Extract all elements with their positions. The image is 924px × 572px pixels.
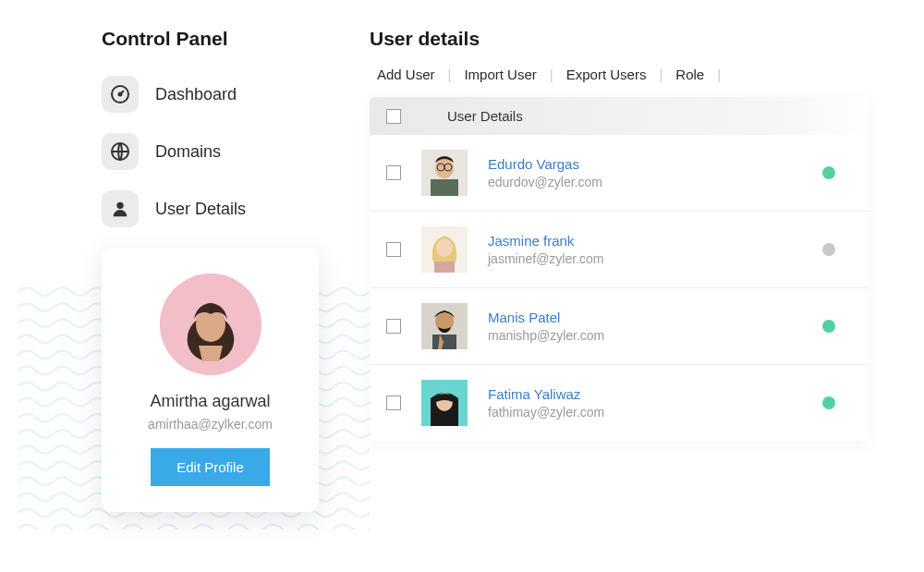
user-name-link[interactable]: Fatima Yaliwaz xyxy=(488,386,802,402)
main-title: User details xyxy=(370,28,869,50)
table-row: Manis Patel manishp@zyler.com xyxy=(370,288,869,365)
sidebar-item-label: User Details xyxy=(155,200,246,219)
separator: | xyxy=(717,67,721,82)
sidebar-item-label: Dashboard xyxy=(155,85,237,104)
action-bar: Add User | Import User | Export Users | … xyxy=(370,67,869,82)
separator: | xyxy=(448,67,452,82)
status-indicator xyxy=(822,320,835,333)
user-email: edurdov@zyler.com xyxy=(488,175,802,189)
table-row: Jasmine frank jasminef@zyler.com xyxy=(370,212,869,288)
globe-icon xyxy=(102,133,139,170)
main-content: User details Add User | Import User | Ex… xyxy=(370,28,869,512)
status-indicator xyxy=(822,396,835,409)
edit-profile-button[interactable]: Edit Profile xyxy=(151,448,270,486)
import-user-link[interactable]: Import User xyxy=(464,67,536,82)
status-indicator xyxy=(822,166,835,179)
profile-avatar xyxy=(160,274,261,375)
user-avatar xyxy=(421,226,468,273)
sidebar-title: Control Panel xyxy=(102,28,342,50)
user-avatar xyxy=(421,150,468,196)
separator: | xyxy=(659,67,663,82)
sidebar-item-label: Domains xyxy=(155,142,221,162)
svg-rect-14 xyxy=(434,262,455,273)
gauge-icon xyxy=(102,76,139,113)
table-row: Edurdo Vargas edurdov@zyler.com xyxy=(370,135,869,212)
user-table: User Details Edurdo Vargas xyxy=(370,97,869,441)
svg-point-2 xyxy=(119,93,122,96)
user-email: fathimay@zyler.com xyxy=(488,405,802,420)
user-avatar xyxy=(421,303,468,349)
table-row: Fatima Yaliwaz fathimay@zyler.com xyxy=(370,365,869,441)
sidebar-item-user-details[interactable]: User Details xyxy=(102,190,342,227)
svg-rect-11 xyxy=(431,179,458,196)
profile-name: Amirtha agarwal xyxy=(120,392,300,411)
user-icon xyxy=(102,190,139,227)
profile-card: Amirtha agarwal amirthaa@zylker.com Edit… xyxy=(102,248,319,512)
user-name-link[interactable]: Manis Patel xyxy=(488,310,802,325)
select-all-checkbox[interactable] xyxy=(386,109,401,124)
table-header-row: User Details xyxy=(370,97,869,135)
svg-rect-17 xyxy=(432,335,456,349)
separator: | xyxy=(550,67,553,82)
column-header-user-details: User Details xyxy=(447,108,523,124)
row-checkbox[interactable] xyxy=(386,242,401,257)
profile-email: amirthaa@zylker.com xyxy=(120,417,300,432)
add-user-link[interactable]: Add User xyxy=(377,67,435,82)
user-name-link[interactable]: Jasmine frank xyxy=(488,233,802,249)
sidebar: Control Panel Dashboard Domain xyxy=(102,28,342,512)
status-indicator xyxy=(822,243,835,256)
role-link[interactable]: Role xyxy=(675,67,704,82)
svg-point-4 xyxy=(116,202,123,209)
sidebar-item-dashboard[interactable]: Dashboard xyxy=(102,76,342,113)
user-name-link[interactable]: Edurdo Vargas xyxy=(488,156,802,172)
export-users-link[interactable]: Export Users xyxy=(566,67,647,82)
svg-point-13 xyxy=(436,238,453,257)
user-email: manishp@zyler.com xyxy=(488,328,802,343)
row-checkbox[interactable] xyxy=(386,396,401,410)
user-email: jasminef@zyler.com xyxy=(488,251,802,266)
user-avatar xyxy=(421,380,468,426)
row-checkbox[interactable] xyxy=(386,165,401,180)
row-checkbox[interactable] xyxy=(386,319,401,334)
sidebar-item-domains[interactable]: Domains xyxy=(102,133,342,170)
